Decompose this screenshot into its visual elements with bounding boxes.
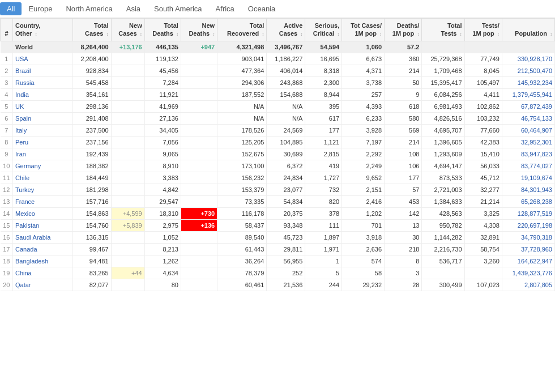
tab-south-america[interactable]: South America: [147, 2, 209, 15]
col-population[interactable]: Population ↕: [502, 19, 554, 41]
tab-all[interactable]: All: [0, 2, 22, 15]
country-link[interactable]: Qatar: [15, 282, 31, 288]
row-tests-1m: 42,383: [464, 136, 502, 148]
country-link[interactable]: Pakistan: [15, 222, 39, 229]
row-total-recovered: 477,364: [217, 65, 267, 76]
row-total-tests: 1,144,282: [422, 231, 464, 243]
row-total-tests: 2,216,730: [422, 243, 464, 255]
table-row: 6 Spain 291,408 27,136 N/A N/A 617 6,233…: [1, 112, 555, 124]
row-tests-1m: 15,410: [464, 148, 502, 160]
country-link[interactable]: USA: [15, 56, 28, 62]
country-link[interactable]: Bangladesh: [15, 258, 48, 265]
row-country[interactable]: Bangladesh: [13, 255, 73, 267]
sort-icon-total-deaths: ↕: [176, 32, 178, 37]
row-active-cases: 24,834: [267, 172, 305, 184]
row-country[interactable]: India: [13, 88, 73, 100]
table-row: 2 Brazil 928,834 45,456 477,364 406,014 …: [1, 65, 555, 76]
col-new-cases[interactable]: NewCases ↕: [111, 19, 144, 41]
col-deaths-1m[interactable]: Deaths/1M pop ↕: [385, 19, 422, 41]
row-new-cases: [111, 160, 144, 172]
row-total-recovered: 156,232: [217, 172, 267, 184]
row-total-recovered: 89,540: [217, 231, 267, 243]
country-link[interactable]: Iran: [15, 151, 26, 157]
country-link[interactable]: Saudi Arabia: [15, 234, 50, 241]
row-country[interactable]: Canada: [13, 243, 73, 255]
row-country[interactable]: Qatar: [13, 279, 73, 291]
row-serious-critical: 378: [305, 207, 342, 219]
col-country[interactable]: Country,Other ↕: [13, 19, 73, 41]
col-tot-cases-1m[interactable]: Tot Cases/1M pop ↕: [342, 19, 385, 41]
row-country[interactable]: Italy: [13, 124, 73, 136]
row-country[interactable]: Saudi Arabia: [13, 231, 73, 243]
row-country[interactable]: UK: [13, 100, 73, 112]
tab-europe[interactable]: Europe: [22, 2, 59, 15]
col-total-cases[interactable]: TotalCases ↕: [72, 19, 111, 41]
row-tot-cases-1m: 574: [342, 255, 385, 267]
country-link[interactable]: Spain: [15, 115, 31, 122]
row-tests-1m: 77,660: [464, 124, 502, 136]
row-population: 84,301,943: [502, 184, 554, 195]
row-country[interactable]: Mexico: [13, 207, 73, 219]
col-total-tests[interactable]: TotalTests ↕: [422, 19, 464, 41]
country-link[interactable]: Turkey: [15, 186, 34, 193]
tab-oceania[interactable]: Oceania: [241, 2, 282, 15]
row-total-recovered: 125,205: [217, 136, 267, 148]
col-num: #: [1, 19, 13, 41]
row-country[interactable]: Brazil: [13, 65, 73, 76]
row-total-tests: 950,782: [422, 219, 464, 231]
country-link[interactable]: UK: [15, 103, 24, 110]
country-link[interactable]: Germany: [15, 163, 41, 169]
row-country[interactable]: Iran: [13, 148, 73, 160]
tab-asia[interactable]: Asia: [119, 2, 147, 15]
tab-africa[interactable]: Africa: [209, 2, 241, 15]
country-link[interactable]: China: [15, 270, 32, 276]
row-serious-critical: 244: [305, 279, 342, 291]
tab-north-america[interactable]: North America: [59, 2, 119, 15]
row-population: 37,728,960: [502, 243, 554, 255]
country-link[interactable]: France: [15, 198, 35, 205]
row-num: 6: [1, 112, 13, 124]
country-link[interactable]: India: [15, 91, 29, 98]
row-active-cases: 29,811: [267, 243, 305, 255]
row-country[interactable]: Russia: [13, 76, 73, 88]
row-deaths-1m: 8: [385, 255, 422, 267]
col-serious-critical[interactable]: Serious,Critical ↕: [305, 19, 342, 41]
world-population: [502, 41, 554, 53]
row-new-cases: [111, 136, 144, 148]
row-new-deaths: [181, 76, 217, 88]
col-active-cases[interactable]: ActiveCases ↕: [267, 19, 305, 41]
country-link[interactable]: Mexico: [15, 210, 35, 217]
row-tot-cases-1m: 4,393: [342, 100, 385, 112]
row-new-cases: [111, 172, 144, 184]
row-country[interactable]: Chile: [13, 172, 73, 184]
row-tot-cases-1m: 6,233: [342, 112, 385, 124]
country-link[interactable]: Italy: [15, 127, 27, 134]
row-total-tests: 4,694,147: [422, 160, 464, 172]
row-country[interactable]: Germany: [13, 160, 73, 172]
row-deaths-1m: 108: [385, 148, 422, 160]
col-tests-1m[interactable]: Tests/1M pop ↕: [464, 19, 502, 41]
col-total-recovered[interactable]: TotalRecovered ↕: [217, 19, 267, 41]
row-total-tests: 25,729,368: [422, 53, 464, 65]
country-link[interactable]: Brazil: [15, 67, 31, 74]
row-total-recovered: 73,335: [217, 195, 267, 207]
row-country[interactable]: Turkey: [13, 184, 73, 195]
row-country[interactable]: USA: [13, 53, 73, 65]
row-active-cases: 93,348: [267, 219, 305, 231]
row-active-cases: 252: [267, 267, 305, 279]
country-link[interactable]: Canada: [15, 246, 37, 253]
row-num: 15: [1, 219, 13, 231]
row-country[interactable]: Pakistan: [13, 219, 73, 231]
col-new-deaths[interactable]: NewDeaths ↕: [181, 19, 217, 41]
row-serious-critical: 16,695: [305, 53, 342, 65]
country-link[interactable]: Chile: [15, 174, 29, 181]
row-total-cases: 354,161: [72, 88, 111, 100]
row-country[interactable]: Peru: [13, 136, 73, 148]
col-total-deaths[interactable]: TotalDeaths ↕: [144, 19, 181, 41]
row-total-tests: 4,695,707: [422, 124, 464, 136]
country-link[interactable]: Russia: [15, 79, 35, 86]
row-country[interactable]: Spain: [13, 112, 73, 124]
row-country[interactable]: France: [13, 195, 73, 207]
country-link[interactable]: Peru: [15, 139, 28, 146]
row-country[interactable]: China: [13, 267, 73, 279]
